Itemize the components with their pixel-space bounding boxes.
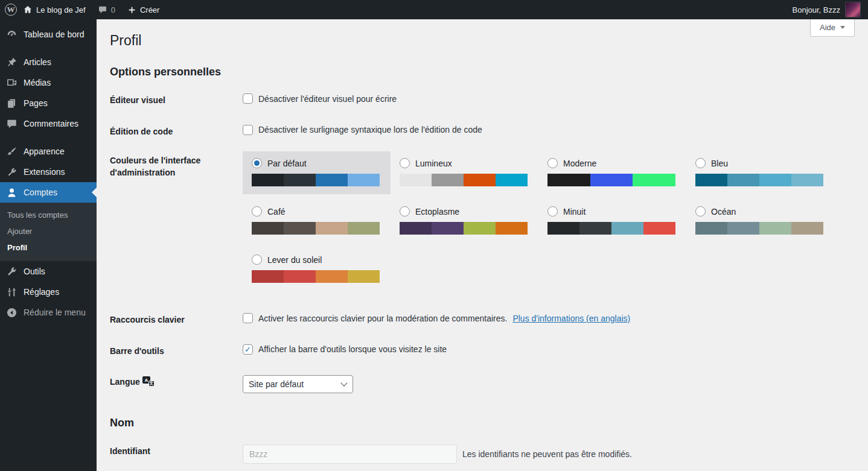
settings-icon [6,286,18,298]
sidebar-item-label: Pages [24,98,48,108]
comment-bubble-icon [98,5,107,14]
checkbox-label[interactable]: Désactiver le surlignage syntaxique lors… [258,125,482,134]
color-swatch [432,174,464,186]
sidebar-item-extensions[interactable]: Extensions [0,162,97,182]
chevron-down-icon [340,380,347,387]
radio-icon[interactable] [400,158,410,168]
new-content-label: Créer [140,5,160,14]
radio-icon[interactable] [252,254,262,265]
sidebar-item-medias[interactable]: Médias [0,72,97,93]
chevron-down-icon [840,26,845,29]
color-swatch [791,174,823,186]
sidebar-item-tableau-de-bord[interactable]: Tableau de bord [0,24,97,45]
help-label: Aide [820,23,835,32]
color-scheme-label: Lever du soleil [267,255,322,265]
color-swatch [759,222,791,235]
radio-icon[interactable] [252,158,262,168]
color-scheme-option-lumineux[interactable]: Lumineux [391,151,538,194]
new-content-button[interactable]: Créer [121,0,166,19]
radio-icon[interactable] [252,206,262,217]
syntax-highlight-checkbox[interactable] [243,125,253,135]
pages-icon [6,98,18,109]
sidebar-item-label: Réduire le menu [24,308,86,317]
language-label: Langue [110,377,140,387]
color-scheme-option-moderne[interactable]: Moderne [538,151,686,194]
username-field[interactable] [243,444,457,464]
username-note: Les identifiants ne peuvent pas être mod… [462,449,632,459]
keyboard-shortcuts-checkbox[interactable] [243,313,253,323]
color-scheme-option-ocean[interactable]: Océan [686,200,834,242]
color-swatch [547,174,590,186]
radio-icon[interactable] [400,206,410,217]
site-link[interactable]: Le blog de Jef [17,0,92,19]
submenu-item-profil[interactable]: Profil [0,239,97,256]
sidebar-item-label: Extensions [24,167,65,177]
row-language: LangueA文 Site par défaut [110,366,855,402]
media-icon [6,77,18,89]
collapse-icon [6,307,18,318]
color-swatch [791,222,823,235]
color-swatch [316,174,348,186]
color-scheme-label: Par défaut [267,159,307,168]
checkbox-label[interactable]: Afficher la barre d'outils lorsque vous … [258,344,447,354]
admin-menu: Tableau de bordArticlesMédiasPagesCommen… [0,19,97,471]
plugins-icon [6,166,18,178]
radio-icon[interactable] [695,158,706,168]
show-toolbar-checkbox[interactable] [243,344,253,355]
checkbox-label[interactable]: Activer les raccourcis clavier pour la m… [258,314,507,323]
row-visual-editor: Éditeur visuel Désactiver l'éditeur visu… [110,84,855,116]
sidebar-item-articles[interactable]: Articles [0,52,97,72]
submenu-item-tous-les-comptes[interactable]: Tous les comptes [0,207,97,223]
sidebar-item-pages[interactable]: Pages [0,93,97,113]
help-button[interactable]: Aide [810,19,855,37]
color-scheme-label: Océan [711,207,736,217]
color-swatches [547,174,675,186]
color-schemes-group: Par défautLumineuxModerneBleuCaféEctopla… [243,151,855,291]
comments-moderation-button[interactable]: 0 [92,0,121,19]
row-label: Identifiant [110,444,243,458]
radio-icon[interactable] [547,158,558,168]
section-heading-name: Nom [110,417,855,429]
row-admin-colors: Couleurs de l'interface d'administration… [110,147,855,300]
color-swatches [547,222,675,235]
row-label: Édition de code [110,125,243,138]
row-label: Barre d'outils [110,344,243,358]
language-select[interactable]: Site par défaut [243,375,353,393]
color-swatch [547,222,579,235]
sidebar-item-commentaires[interactable]: Commentaires [0,113,97,134]
color-scheme-option-par-defaut[interactable]: Par défaut [243,151,391,194]
color-swatch [284,270,316,283]
site-name: Le blog de Jef [36,5,86,14]
radio-icon[interactable] [547,206,558,217]
radio-icon[interactable] [695,206,706,217]
color-swatch [496,174,528,186]
sidebar-item-label: Outils [24,267,45,276]
home-icon [23,5,33,14]
submenu-item-ajouter[interactable]: Ajouter [0,223,97,239]
color-swatch [611,222,643,235]
color-swatch [643,222,675,235]
sidebar-item-reduire-le-menu[interactable]: Réduire le menu [0,302,97,323]
color-swatches [400,222,528,235]
sidebar-item-reglages[interactable]: Réglages [0,282,97,302]
color-scheme-option-minuit[interactable]: Minuit [538,200,686,242]
pin-icon [6,57,18,68]
sidebar-item-label: Comptes [24,188,57,197]
sidebar-item-outils[interactable]: Outils [0,261,97,282]
sidebar-item-apparence[interactable]: Apparence [0,141,97,162]
sidebar-item-comptes[interactable]: Comptes [0,182,97,203]
language-select-value: Site par défaut [249,379,304,389]
visual-editor-checkbox[interactable] [243,93,253,104]
color-scheme-label: Moderne [563,159,596,168]
color-swatch [316,270,348,283]
color-scheme-option-ectoplasme[interactable]: Ectoplasme [391,200,538,242]
color-scheme-label: Lumineux [415,159,452,168]
color-swatch [633,174,675,186]
wordpress-logo-icon[interactable]: W [5,4,17,16]
more-information-link[interactable]: Plus d'informations (en anglais) [512,314,630,323]
color-scheme-option-bleu[interactable]: Bleu [686,151,834,194]
color-scheme-option-lever-du-soleil[interactable]: Lever du soleil [243,248,391,291]
color-scheme-option-cafe[interactable]: Café [243,200,391,242]
checkbox-label[interactable]: Désactiver l'éditeur visuel pour écrire [258,94,397,104]
account-menu[interactable]: Bonjour, Bzzz [793,2,863,17]
